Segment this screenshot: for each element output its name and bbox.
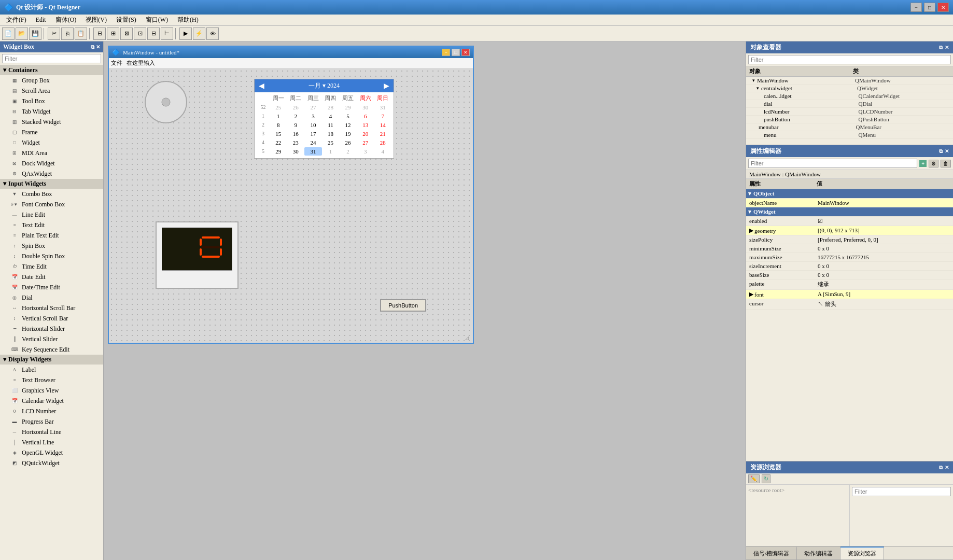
widget-category-containers[interactable]: ▾ Containers (0, 65, 103, 75)
widget-item-combobox[interactable]: ▼ Combo Box (0, 189, 103, 199)
widget-item-hscrollbar[interactable]: ↔ Horizontal Scroll Bar (0, 303, 103, 313)
tab-resource-browser[interactable]: 资源浏览器 (840, 547, 884, 559)
cal-day-2-0[interactable]: 8 (270, 121, 287, 129)
property-add-button[interactable]: + (919, 160, 927, 167)
object-inspector-close-icon[interactable]: ✕ (945, 45, 949, 51)
widget-item-timeedit[interactable]: ⏱ Time Edit (0, 261, 103, 272)
widget-item-dockwidget[interactable]: ⊠ Dock Widget (0, 158, 103, 169)
widget-item-textbrowser[interactable]: ≡ Text Browser (0, 375, 103, 385)
tree-row-centralwidget[interactable]: ▾ centralwidget QWidget (746, 85, 953, 92)
prop-row-minsize[interactable]: minimumSize 0 x 0 (746, 244, 953, 253)
calendar-widget[interactable]: ◀ 一月 ▾ 2024 ▶ 周一 周二 (254, 79, 394, 159)
prop-value-palette[interactable]: 继承 (816, 280, 951, 289)
prop-value-minsize[interactable]: 0 x 0 (816, 245, 951, 252)
cal-day-4-1[interactable]: 23 (287, 138, 305, 147)
toolbar-open[interactable]: 📂 (16, 27, 28, 40)
widget-item-keyseqedit[interactable]: ⌨ Key Sequence Edit (0, 344, 103, 355)
menu-file[interactable]: 文件(F) (2, 15, 31, 25)
prop-row-geometry[interactable]: ▶ geometry [(0, 0), 912 x 713] (746, 226, 953, 235)
widget-item-widget[interactable]: □ Widget (0, 137, 103, 148)
toolbar-edit-widget[interactable]: ▶ (179, 27, 192, 40)
close-button[interactable]: ✕ (937, 3, 949, 12)
cal-day-3-0[interactable]: 15 (270, 130, 287, 138)
widget-box-float-icon[interactable]: ⧉ (91, 44, 94, 50)
cal-day-4-2[interactable]: 24 (304, 138, 322, 147)
toolbar-edit-signal[interactable]: ⚡ (193, 27, 205, 40)
designer-window-maximize[interactable]: □ (452, 49, 460, 56)
expander-mainwindow[interactable]: ▾ (752, 78, 755, 83)
widget-item-fontcombobox[interactable]: F▼ Font Combo Box (0, 199, 103, 209)
tree-row-calendar[interactable]: calen...idget QCalendarWidget (746, 92, 953, 100)
resource-float-icon[interactable]: ⧉ (939, 465, 943, 471)
cal-day-1-0[interactable]: 1 (270, 112, 287, 120)
widget-box-close-icon[interactable]: ✕ (96, 44, 100, 50)
cal-day-5-2[interactable]: 31 (304, 147, 322, 156)
widget-item-toolbox[interactable]: ▣ Tool Box (0, 96, 103, 106)
cal-day-0-4[interactable]: 29 (339, 103, 357, 111)
resize-handle[interactable]: ⊿ (465, 334, 472, 342)
widget-scroll-container[interactable]: ▾ Containers ▦ Group Box ▤ Scroll Area ▣… (0, 65, 103, 560)
tree-row-menu[interactable]: menu QMenu (746, 131, 953, 139)
resource-edit-button[interactable]: ✏️ (748, 474, 760, 483)
designer-content[interactable]: ◀ 一月 ▾ 2024 ▶ 周一 周二 (109, 68, 473, 343)
toolbar-layout-form[interactable]: ⊡ (134, 27, 146, 40)
property-delete-button[interactable]: 🗑 (941, 160, 951, 167)
prop-value-enabled[interactable]: ☑ (816, 217, 951, 225)
toolbar-new[interactable]: 📄 (2, 27, 15, 40)
prop-row-font[interactable]: ▶ font A [SimSun, 9] (746, 290, 953, 299)
prop-row-maxsize[interactable]: maximumSize 16777215 x 16777215 (746, 253, 953, 262)
tab-signal-slot[interactable]: 信号/槽编辑器 (746, 547, 797, 559)
widget-item-hline[interactable]: ─ Horizontal Line (0, 427, 103, 437)
toolbar-break-layout[interactable]: ⊟ (147, 27, 160, 40)
qobject-section-expander[interactable]: ▾ (748, 190, 751, 197)
widget-item-graphicsview[interactable]: ⬜ Graphics View (0, 385, 103, 396)
cal-day-2-5[interactable]: 13 (357, 121, 374, 129)
cal-day-3-5[interactable]: 20 (357, 130, 374, 138)
cal-day-1-5[interactable]: 6 (357, 112, 374, 120)
widget-item-dial[interactable]: ◎ Dial (0, 292, 103, 303)
prop-row-objectname[interactable]: objectName MainWindow (746, 199, 953, 207)
toolbar-paste[interactable]: 📋 (75, 27, 87, 40)
widget-item-datetimeedit[interactable]: 📅 Date/Time Edit (0, 282, 103, 292)
widget-item-progressbar[interactable]: ▬ Progress Bar (0, 416, 103, 427)
cal-day-4-4[interactable]: 26 (339, 138, 357, 147)
property-editor-close-icon[interactable]: ✕ (945, 148, 949, 155)
widget-item-vline[interactable]: │ Vertical Line (0, 437, 103, 447)
widget-item-groupbox[interactable]: ▦ Group Box (0, 75, 103, 86)
toolbar-layout-v[interactable]: ⊞ (107, 27, 119, 40)
cal-day-0-2[interactable]: 27 (304, 103, 322, 111)
maximize-button[interactable]: □ (924, 3, 935, 12)
cal-day-0-1[interactable]: 26 (287, 103, 305, 111)
cal-day-2-3[interactable]: 11 (322, 121, 340, 129)
prop-value-maxsize[interactable]: 16777215 x 16777215 (816, 254, 951, 261)
menu-help[interactable]: 帮助(H) (173, 15, 203, 25)
widget-item-openglwidget[interactable]: ◈ OpenGL Widget (0, 447, 103, 458)
widget-category-input[interactable]: ▾ Input Widgets (0, 179, 103, 189)
cal-day-2-4[interactable]: 12 (339, 121, 357, 129)
cal-day-0-3[interactable]: 28 (322, 103, 340, 111)
cal-day-5-0[interactable]: 29 (270, 147, 287, 156)
cal-day-1-2[interactable]: 3 (304, 112, 322, 120)
designer-menu-file[interactable]: 文件 (111, 59, 122, 67)
widget-item-plaintextedit[interactable]: ≡ Plain Text Edit (0, 230, 103, 241)
cal-day-4-5[interactable]: 27 (357, 138, 374, 147)
cal-day-0-6[interactable]: 31 (374, 103, 391, 111)
resource-refresh-button[interactable]: ↻ (762, 474, 770, 483)
tree-row-pushbutton[interactable]: pushButton QPushButton (746, 116, 953, 123)
property-editor-float-icon[interactable]: ⧉ (939, 148, 943, 155)
designer-menu-placeholder[interactable]: 在这里输入 (127, 59, 155, 67)
property-editor-filter-input[interactable] (748, 159, 917, 168)
cal-day-5-5[interactable]: 3 (357, 147, 374, 156)
prop-value-cursor[interactable]: ↖ 箭头 (816, 300, 951, 309)
cal-day-1-3[interactable]: 4 (322, 112, 340, 120)
toolbar-cut[interactable]: ✂ (48, 27, 60, 40)
calendar-next[interactable]: ▶ (384, 81, 389, 90)
tree-row-lcdnumber[interactable]: lcdNumber QLCDNumber (746, 108, 953, 116)
cal-day-2-2[interactable]: 10 (304, 121, 322, 129)
toolbar-layout-grid[interactable]: ⊠ (120, 27, 133, 40)
geometry-expander[interactable]: ▶ (749, 227, 753, 234)
prop-row-basesize[interactable]: baseSize 0 x 0 (746, 271, 953, 279)
widget-box-filter-input[interactable] (2, 54, 101, 63)
cal-day-1-4[interactable]: 5 (339, 112, 357, 120)
widget-item-qaxwidget[interactable]: ⚙ QAxWidget (0, 169, 103, 179)
